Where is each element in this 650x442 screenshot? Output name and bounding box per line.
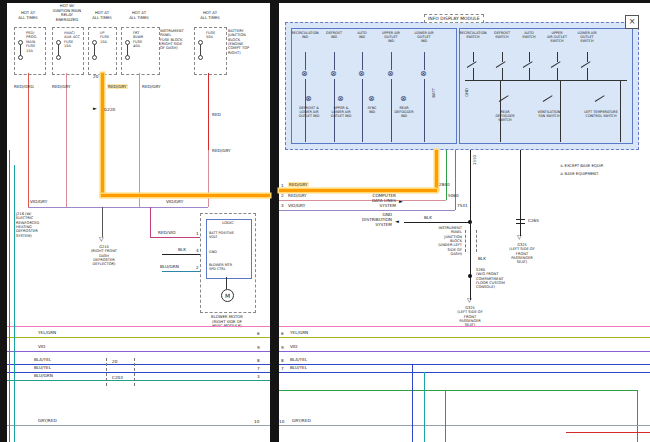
indicator-bulb-icon: ⊗ bbox=[301, 70, 308, 78]
wire-color-label: RED/ORG bbox=[14, 84, 34, 89]
junction-block-label: INSTRUMENT PANEL JUNCTION BLOCK (UNDER L… bbox=[424, 226, 462, 256]
switch-common-bus bbox=[465, 80, 627, 81]
wire-red-gry bbox=[66, 73, 67, 207]
wire-color-label: RED bbox=[212, 112, 221, 117]
wire-color-label: BLU/YEL bbox=[290, 365, 307, 370]
wire bbox=[362, 52, 363, 70]
wire-red-vio bbox=[150, 237, 202, 238]
legend-item: ② BASE EQUIPMENT. bbox=[560, 172, 646, 177]
indicator-bulb-icon: ⊗ bbox=[358, 70, 365, 78]
indicator-bulb-icon: ⊗ bbox=[330, 70, 337, 78]
wire-color-label: RED/GRY bbox=[288, 193, 307, 198]
splice-note-label: J216 (W/ ELECTRIC REINFORCED HEATING DEF… bbox=[16, 212, 60, 238]
close-button[interactable]: × bbox=[625, 15, 639, 29]
pin-number: 10 bbox=[254, 419, 259, 424]
system-arrow-icon: ◄ bbox=[395, 219, 399, 224]
power-header: HOT AT ALL TIMES bbox=[10, 11, 46, 20]
fuse-box: PED/ PROG. MAIN FUSE 15A bbox=[14, 27, 46, 75]
switch-label: REAR DEFOGGER SWITCH bbox=[487, 110, 523, 122]
indicator-label: LOWER AIR OUTLET IND bbox=[410, 31, 438, 43]
legend-item: ① EXCEPT BASE EQUIP. bbox=[560, 164, 646, 169]
pin-number: 7 bbox=[281, 366, 284, 371]
wire-vio-gry bbox=[279, 210, 455, 211]
junction-block-connector bbox=[476, 230, 477, 252]
bus-wire-yel-grn bbox=[279, 337, 650, 338]
wire-red bbox=[208, 73, 209, 150]
wire bbox=[587, 52, 588, 62]
wire-color-label: VIO/GRY bbox=[166, 199, 183, 204]
connector-arrow-icon: ► bbox=[93, 106, 97, 111]
wire-color-label: RED/GRY bbox=[142, 84, 161, 89]
indicator-bulb-icon: ⊗ bbox=[400, 95, 407, 103]
page-divider bbox=[270, 0, 279, 442]
bus-wire-gry-red bbox=[279, 425, 650, 426]
left-border bbox=[0, 0, 7, 442]
connector-id-label: C265 bbox=[528, 218, 539, 223]
wire-color-label: RED/GRY bbox=[52, 84, 71, 89]
bus-wire-yel-grn bbox=[7, 337, 270, 338]
wire-color-label: BLK bbox=[424, 215, 432, 220]
wire bbox=[502, 52, 503, 62]
inline-connector bbox=[134, 358, 135, 386]
wire-color-label: RED/GRY bbox=[212, 148, 231, 153]
pin-number: 3 bbox=[257, 374, 260, 379]
indicator-section-box bbox=[291, 28, 457, 144]
wire-blk bbox=[162, 254, 202, 255]
pin-number: 7 bbox=[257, 366, 260, 371]
fuse-label: FRT BLWR FUSE 40A bbox=[133, 31, 143, 49]
indicator-label: UPPER AIR OUTLET IND bbox=[377, 31, 405, 43]
pin-number: 10 bbox=[279, 419, 284, 424]
indicator-label: AUTO IND bbox=[348, 31, 376, 39]
wire bbox=[587, 68, 588, 80]
power-header: HOT AT ALL TIMES bbox=[193, 11, 227, 20]
wire bbox=[391, 52, 392, 70]
wire-color-label: BLK bbox=[178, 247, 186, 252]
indicator-label: SYNC IND bbox=[356, 106, 388, 114]
bus-wire-vio bbox=[7, 351, 270, 352]
power-header: HOT AT ALL TIMES bbox=[85, 11, 119, 20]
pin-number: 1 bbox=[196, 231, 199, 236]
connector-tick bbox=[516, 223, 525, 224]
ground-icon: ▽ bbox=[517, 234, 522, 240]
wire bbox=[529, 52, 530, 62]
system-reference-label: GND DISTRIBUTION SYSTEM bbox=[354, 212, 392, 227]
wire-blu-grn bbox=[162, 271, 202, 272]
wire-color-label: GRY/RED bbox=[38, 418, 57, 423]
wire-color-label-traced: RED/GRY bbox=[107, 84, 128, 89]
wire-color-label: GRY/RED bbox=[292, 418, 311, 423]
wire bbox=[424, 52, 425, 70]
wire-color-label: BLU/YEL bbox=[34, 365, 51, 370]
wire bbox=[226, 277, 227, 289]
indicator-bulb-icon: ⊗ bbox=[420, 70, 427, 78]
circuit-number: 7531 bbox=[457, 203, 468, 208]
bus-wire-blu-yel bbox=[279, 372, 650, 373]
pin-number: 2 bbox=[196, 265, 199, 270]
indicator-bulb-icon: ⊗ bbox=[337, 95, 344, 103]
switch-label: LOWER AIR OUTLET SWITCH bbox=[572, 31, 602, 43]
pin-number: 9 bbox=[257, 345, 260, 350]
bus-wire-red bbox=[566, 432, 650, 433]
connector-id-label: G220 bbox=[104, 107, 115, 112]
switch-label: DEFROST SWITCH bbox=[487, 31, 517, 39]
circuit-number: 5060 bbox=[448, 193, 459, 198]
wire-color-label: BLK bbox=[478, 256, 486, 261]
wiring-diagram-viewer: { "viewer": {"close_icon": "×"}, "icons"… bbox=[0, 0, 650, 442]
indicator-label: DEFROST IND bbox=[320, 31, 348, 39]
wire bbox=[473, 52, 474, 62]
wire-color-label-traced: RED/GRY bbox=[288, 182, 309, 187]
traced-wire-highlight bbox=[279, 189, 437, 192]
ground-id-label: G210 (RIGHT FRONT DASH DEFROSTER DEFLECT… bbox=[84, 245, 124, 267]
system-reference-label: COMPUTER DATA LINES SYSTEM bbox=[356, 193, 396, 208]
ground-id-label: G325 (LEFT SIDE OF FRONT PASSENGER SEAT) bbox=[500, 243, 544, 265]
fuse-box: FUSE 50A bbox=[194, 27, 227, 75]
module-title: INFO DISPLAY MODULE bbox=[424, 14, 484, 23]
ground-id-label: G325 (LEFT SIDE OF FRONT PASSENGER SEAT) bbox=[444, 306, 496, 328]
wire-blue bbox=[412, 364, 413, 442]
blower-pin-label: BATT POSITIVE VOLT bbox=[209, 231, 249, 239]
switch-section-box bbox=[459, 28, 633, 144]
wire-teal bbox=[14, 165, 15, 442]
blower-pin-label: GND bbox=[209, 250, 249, 254]
switch-label: RECIRCULATION SWITCH bbox=[458, 31, 488, 39]
wire-blk bbox=[404, 222, 470, 223]
pin-number: 3 bbox=[281, 203, 284, 208]
